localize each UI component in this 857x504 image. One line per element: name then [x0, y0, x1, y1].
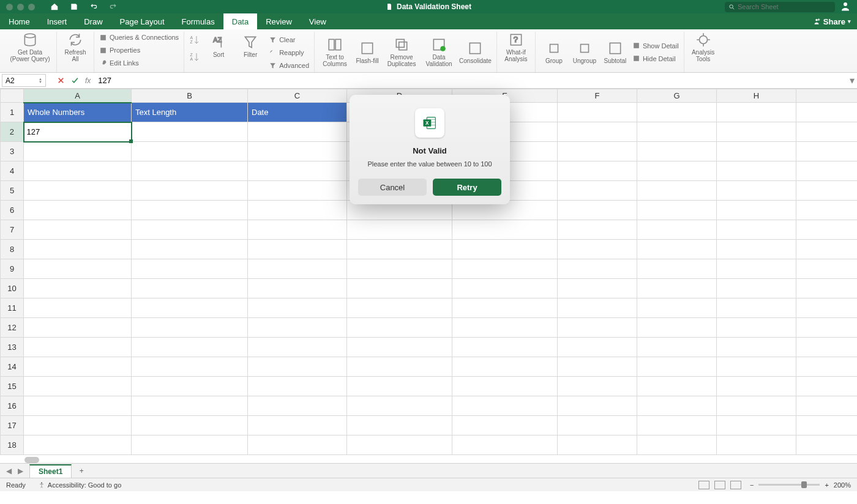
cell-E13[interactable] — [452, 338, 558, 357]
cell-A17[interactable] — [24, 416, 132, 435]
cell-E15[interactable] — [452, 377, 558, 396]
cell-D13[interactable] — [347, 338, 452, 357]
tab-page-layout[interactable]: Page Layout — [111, 13, 173, 29]
cell-B3[interactable] — [132, 142, 248, 161]
view-mode-buttons[interactable] — [698, 481, 741, 489]
cell-A10[interactable] — [24, 279, 132, 298]
row-header-4[interactable]: 4 — [1, 161, 24, 181]
cell-C13[interactable] — [248, 338, 347, 357]
what-if-button[interactable]: ?What-if Analysis — [502, 32, 530, 62]
tab-view[interactable]: View — [301, 13, 335, 29]
cell-3[interactable] — [796, 142, 858, 161]
cell-13[interactable] — [796, 338, 858, 357]
cell-H12[interactable] — [717, 318, 796, 338]
cell-D14[interactable] — [347, 357, 452, 377]
sort-button[interactable]: AZ Sort — [205, 34, 232, 58]
cell-B7[interactable] — [132, 220, 248, 240]
cell-5[interactable] — [796, 181, 858, 201]
cell-C8[interactable] — [248, 240, 347, 259]
cell-A18[interactable] — [24, 435, 132, 455]
cell-10[interactable] — [796, 279, 858, 298]
cell-C3[interactable] — [248, 142, 347, 161]
horizontal-scrollbar[interactable] — [24, 457, 39, 463]
cell-D12[interactable] — [347, 318, 452, 338]
cell-F12[interactable] — [558, 318, 637, 338]
cell-D9[interactable] — [347, 259, 452, 279]
cell-D8[interactable] — [347, 240, 452, 259]
cell-A15[interactable] — [24, 377, 132, 396]
cell-D15[interactable] — [347, 377, 452, 396]
zoom-control[interactable]: − + 200% — [750, 481, 851, 489]
reapply-button[interactable]: Reapply — [269, 47, 309, 58]
cell-G4[interactable] — [637, 161, 717, 181]
cell-G6[interactable] — [637, 201, 717, 220]
tab-formulas[interactable]: Formulas — [173, 13, 223, 29]
tab-nav-prev[interactable]: ◀ — [6, 467, 12, 475]
cell-G12[interactable] — [637, 318, 717, 338]
formula-bar-expand-icon[interactable]: ▾ — [850, 75, 855, 86]
cell-2[interactable] — [796, 122, 858, 142]
cell-G3[interactable] — [637, 142, 717, 161]
col-header-A[interactable]: A — [24, 89, 132, 103]
cell-C10[interactable] — [248, 279, 347, 298]
sort-asc-icon[interactable]: AZ — [189, 34, 200, 45]
select-all-corner[interactable] — [1, 89, 24, 103]
subtotal-button[interactable]: Subtotal — [602, 40, 629, 64]
cell-F8[interactable] — [558, 240, 637, 259]
cell-F10[interactable] — [558, 279, 637, 298]
cell-F4[interactable] — [558, 161, 637, 181]
cell-G13[interactable] — [637, 338, 717, 357]
name-box-spinner[interactable]: ▲▼ — [39, 78, 42, 84]
cell-H13[interactable] — [717, 338, 796, 357]
analysis-tools-button[interactable]: Analysis Tools — [689, 32, 717, 62]
redo-icon[interactable] — [109, 2, 118, 11]
row-header-10[interactable]: 10 — [1, 279, 24, 298]
cell-12[interactable] — [796, 318, 858, 338]
cell-D16[interactable] — [347, 396, 452, 416]
properties-button[interactable]: Properties — [99, 45, 179, 56]
cell-F15[interactable] — [558, 377, 637, 396]
cell-1[interactable] — [796, 103, 858, 122]
user-account-icon[interactable] — [840, 1, 851, 13]
name-box[interactable]: A2 ▲▼ — [2, 74, 46, 87]
cell-E18[interactable] — [452, 435, 558, 455]
save-icon[interactable] — [70, 2, 78, 11]
row-header-15[interactable]: 15 — [1, 377, 24, 396]
cell-G15[interactable] — [637, 377, 717, 396]
row-header-18[interactable]: 18 — [1, 435, 24, 455]
get-data-button[interactable]: Get Data (Power Query) — [9, 32, 51, 62]
text-to-columns-button[interactable]: Text to Columns — [320, 37, 350, 67]
cell-D10[interactable] — [347, 279, 452, 298]
col-header-G[interactable]: G — [637, 89, 717, 103]
edit-links-button[interactable]: Edit Links — [99, 57, 179, 69]
cell-B5[interactable] — [132, 181, 248, 201]
cell-B15[interactable] — [132, 377, 248, 396]
normal-view-icon[interactable] — [698, 481, 709, 489]
accessibility-status[interactable]: Accessibility: Good to go — [38, 481, 121, 489]
cell-F6[interactable] — [558, 201, 637, 220]
zoom-slider[interactable] — [758, 484, 820, 486]
cell-E8[interactable] — [452, 240, 558, 259]
cell-B10[interactable] — [132, 279, 248, 298]
show-detail-button[interactable]: Show Detail — [632, 40, 679, 51]
row-header-16[interactable]: 16 — [1, 396, 24, 416]
consolidate-button[interactable]: Consolidate — [459, 40, 492, 64]
cell-D7[interactable] — [347, 220, 452, 240]
zoom-in-button[interactable]: + — [825, 481, 828, 489]
cell-C2[interactable] — [248, 122, 347, 142]
cell-G17[interactable] — [637, 416, 717, 435]
cell-F18[interactable] — [558, 435, 637, 455]
cell-B18[interactable] — [132, 435, 248, 455]
cell-A5[interactable] — [24, 181, 132, 201]
cell-F17[interactable] — [558, 416, 637, 435]
cell-G14[interactable] — [637, 357, 717, 377]
cell-F14[interactable] — [558, 357, 637, 377]
cell-H5[interactable] — [717, 181, 796, 201]
cell-B9[interactable] — [132, 259, 248, 279]
row-header-11[interactable]: 11 — [1, 298, 24, 318]
cell-E11[interactable] — [452, 298, 558, 318]
hide-detail-button[interactable]: Hide Detail — [632, 53, 679, 64]
ungroup-button[interactable]: Ungroup — [571, 40, 598, 64]
filter-button[interactable]: Filter — [237, 34, 264, 58]
undo-icon[interactable] — [89, 2, 98, 11]
